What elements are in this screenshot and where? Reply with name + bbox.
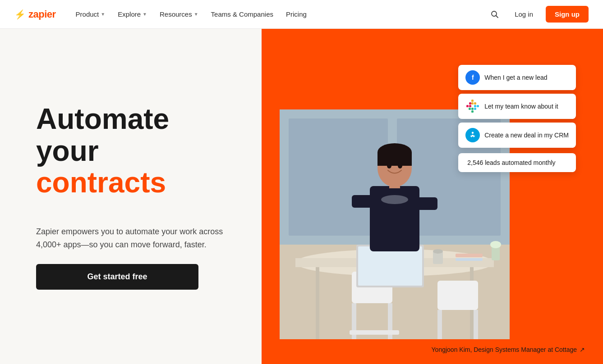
svg-rect-41 <box>477 105 479 107</box>
logo-text: zapier <box>28 9 56 20</box>
nav-item-product[interactable]: Product ▼ <box>70 7 111 22</box>
get-started-button[interactable]: Get started free <box>36 264 198 290</box>
hero-heading: Automate your contracts <box>36 103 226 198</box>
svg-rect-21 <box>352 195 374 208</box>
hero-heading-highlight: contracts <box>36 166 166 199</box>
search-icon <box>490 10 499 19</box>
main-content: Automate your contracts Zapier empowers … <box>0 29 603 364</box>
chevron-down-icon: ▼ <box>143 12 147 17</box>
facebook-icon: f <box>465 70 480 85</box>
zapier-bolt-icon: ⚡ <box>14 9 26 20</box>
automation-card-text-3: Create a new deal in my CRM <box>484 132 569 139</box>
external-link-icon: ↗ <box>580 346 585 353</box>
automation-card-text-2: Let my team know about it <box>484 103 558 110</box>
svg-rect-16 <box>437 310 442 339</box>
nav-right: Log in Sign up <box>488 6 589 23</box>
chevron-down-icon: ▼ <box>194 12 198 17</box>
attribution[interactable]: Yongjoon Kim, Design Systems Manager at … <box>432 346 585 353</box>
nav-item-pricing[interactable]: Pricing <box>281 7 312 22</box>
svg-point-28 <box>398 163 402 168</box>
stats-card: 2,546 leads automated monthly <box>458 153 576 172</box>
nav-item-resources[interactable]: Resources ▼ <box>154 7 204 22</box>
logo[interactable]: ⚡ zapier <box>14 9 56 20</box>
search-button[interactable] <box>488 7 502 22</box>
automation-card-facebook: f When I get a new lead <box>458 65 576 90</box>
svg-rect-26 <box>377 152 412 166</box>
svg-point-27 <box>387 163 391 168</box>
left-panel: Automate your contracts Zapier empowers … <box>0 29 262 364</box>
navbar: ⚡ zapier Product ▼ Explore ▼ Resources ▼… <box>0 0 603 29</box>
svg-line-1 <box>496 15 498 18</box>
stats-text: 2,546 leads automated monthly <box>467 159 555 166</box>
svg-rect-47 <box>471 100 474 102</box>
salesforce-icon <box>465 128 480 142</box>
svg-rect-39 <box>466 105 469 107</box>
slack-icon <box>465 99 480 114</box>
svg-point-35 <box>490 241 501 248</box>
login-button[interactable]: Log in <box>509 7 539 22</box>
nav-links: Product ▼ Explore ▼ Resources ▼ Teams & … <box>70 7 488 22</box>
svg-point-31 <box>433 249 443 254</box>
chevron-down-icon: ▼ <box>101 12 105 17</box>
svg-rect-9 <box>316 267 319 339</box>
signup-button[interactable]: Sign up <box>546 6 589 23</box>
svg-rect-38 <box>469 102 471 105</box>
svg-rect-44 <box>471 110 474 113</box>
automation-card-text-1: When I get a new lead <box>484 74 547 81</box>
nav-item-teams[interactable]: Teams & Companies <box>206 7 279 22</box>
automation-card-slack: Let my team know about it <box>458 94 576 119</box>
svg-rect-22 <box>415 197 437 210</box>
svg-rect-14 <box>350 330 399 335</box>
automation-cards: f When I get a new lead <box>458 65 576 172</box>
svg-rect-46 <box>471 102 474 105</box>
svg-rect-37 <box>469 105 471 107</box>
svg-rect-43 <box>471 108 474 110</box>
attribution-text: Yongjoon Kim, Design Systems Manager at … <box>432 346 577 353</box>
svg-rect-45 <box>469 108 471 110</box>
svg-rect-15 <box>437 281 478 310</box>
svg-rect-32 <box>456 254 483 257</box>
svg-rect-42 <box>474 108 476 110</box>
svg-rect-48 <box>474 102 476 105</box>
hero-subtext: Zapier empowers you to automate your wor… <box>36 225 226 251</box>
svg-point-50 <box>472 132 474 134</box>
right-panel: f When I get a new lead <box>262 29 603 364</box>
automation-card-salesforce: Create a new deal in my CRM <box>458 123 576 148</box>
svg-rect-17 <box>474 310 478 339</box>
svg-rect-19 <box>358 246 422 286</box>
svg-rect-40 <box>474 105 476 107</box>
nav-item-explore[interactable]: Explore ▼ <box>112 7 152 22</box>
svg-rect-33 <box>456 258 483 261</box>
svg-point-29 <box>381 195 408 204</box>
